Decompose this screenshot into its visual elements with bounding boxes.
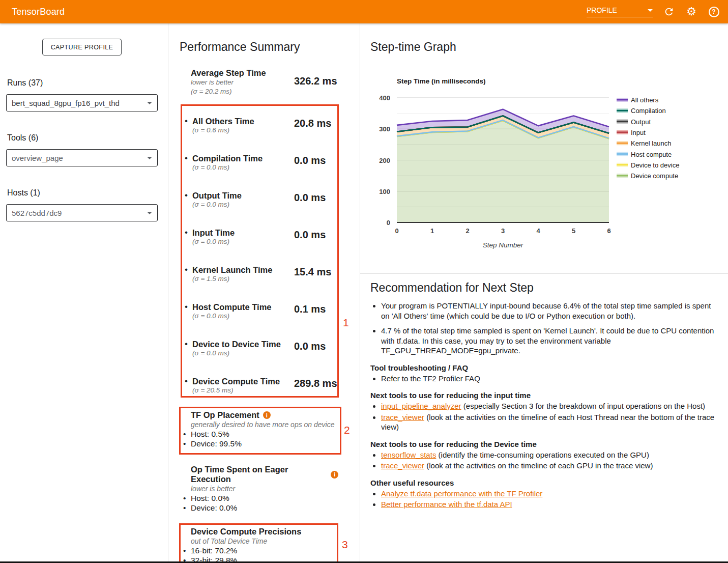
chart-title: Step Time (in milliseconds)	[397, 77, 486, 85]
recommendation-bullet: trace_viewer (look at the activities on …	[381, 412, 720, 432]
recommendation-heading: Next tools to use for reducing the input…	[370, 391, 720, 400]
hosts-select[interactable]: 5627c5dd7dc9	[6, 204, 158, 221]
runs-select-value: bert_squad_8gpu_fp16_pvt_thd	[12, 99, 120, 107]
info-icon[interactable]: i	[331, 471, 338, 478]
precisions-note: out of Total Device Time	[181, 537, 337, 545]
x-tick-label: 4	[536, 227, 540, 235]
recommendation-bullet: Analyze tf.data performance with the TF …	[381, 489, 720, 499]
chevron-down-icon	[147, 102, 152, 104]
tools-select-value: overview_page	[12, 154, 63, 162]
recommendation-link[interactable]: tensorflow_stats	[381, 451, 436, 459]
legend-label: Input	[631, 129, 646, 136]
annotation-number-1: 1	[343, 317, 349, 329]
app-header: TensorBoard PROFILE ⚙ ?	[0, 0, 728, 23]
metric-sigma: (σ = 0.0 ms)	[192, 201, 242, 208]
metric-row: •Input Time(σ = 0.0 ms)0.0 ms	[182, 228, 337, 265]
legend-label: All others	[631, 96, 659, 104]
recommendation-heading: Tool troubleshooting / FAQ	[370, 363, 720, 372]
recommendation-list: Your program is POTENTIALLY input-bound …	[370, 301, 720, 356]
legend-swatch-line	[617, 99, 628, 101]
precisions-section: Device Compute Precisions out of Total D…	[181, 525, 337, 563]
legend-label: Kernel launch	[631, 139, 672, 147]
metric-sigma: (σ = 0.0 ms)	[192, 238, 235, 245]
list-item: Host: 0.0%	[181, 493, 338, 503]
metrics-list: •All Others Time(σ = 0.6 ms)20.8 ms•Comp…	[182, 117, 337, 414]
tensorboard-profile-page: TensorBoard PROFILE ⚙ ? CAPTURE PROFILE …	[0, 0, 728, 563]
y-tick-label: 300	[379, 125, 390, 133]
precisions-title: Device Compute Precisions	[181, 527, 337, 537]
legend-swatch-line	[617, 164, 628, 165]
eager-note: lower is better	[181, 485, 338, 493]
x-axis-label: Step Number	[483, 241, 523, 249]
dashboard-selector[interactable]: PROFILE	[587, 6, 653, 17]
bullet-dot: •	[185, 265, 188, 275]
op-placement-section: TF Op Placement i generally desired to h…	[181, 408, 340, 448]
average-step-time-value: 326.2 ms	[294, 75, 337, 87]
bullet-dot: •	[185, 302, 188, 312]
average-step-time-sigma: (σ = 20.2 ms)	[191, 87, 339, 96]
chart-recommendation-divider	[360, 273, 728, 274]
tools-select[interactable]: overview_page	[6, 149, 158, 166]
precisions-highlight-box: Device Compute Precisions out of Total D…	[179, 523, 338, 563]
x-tick-label: 6	[607, 227, 610, 235]
legend-swatch-line	[617, 131, 628, 133]
metric-label: Device to Device Time	[192, 340, 281, 349]
recommendation-bullet: Your program is POTENTIALLY input-bound …	[381, 301, 720, 321]
legend-label: Device to device	[631, 161, 679, 169]
average-step-time-block: Average Step Time lower is better (σ = 2…	[191, 68, 339, 96]
eager-execution-section: Op Time Spent on Eager Execution i lower…	[181, 465, 338, 513]
hosts-label: Hosts (1)	[7, 188, 40, 198]
legend-label: Device compute	[631, 172, 678, 180]
gear-icon[interactable]: ⚙	[685, 6, 697, 18]
area-device-compute	[397, 121, 609, 222]
metric-value: 0.0 ms	[294, 155, 326, 166]
op-placement-title: TF Op Placement i	[181, 410, 340, 420]
recommendation-list: Analyze tf.data performance with the TF …	[370, 489, 720, 510]
info-icon[interactable]: i	[263, 411, 271, 419]
recommendation-heading: Next tools to use for reducing the Devic…	[370, 440, 720, 448]
metric-row: •Host Compute Time(σ = 0.0 ms)0.1 ms	[182, 302, 337, 340]
x-tick-label: 5	[572, 227, 575, 235]
list-item: 16-bit: 70.2%	[181, 546, 337, 555]
recommendation-link[interactable]: trace_viewer	[381, 461, 424, 470]
recommendation-link[interactable]: input_pipeline_analyzer	[381, 402, 461, 410]
x-tick-label: 0	[395, 227, 398, 235]
step-time-chart[interactable]: Step Time (in milliseconds)0100200300400…	[360, 75, 728, 259]
list-item: Host: 0.5%	[181, 429, 340, 439]
recommendation-sections: Your program is POTENTIALLY input-bound …	[370, 301, 720, 510]
chevron-down-icon	[648, 9, 653, 12]
recommendation-bullet: Better performance with the tf.data API	[381, 499, 720, 510]
op-placement-highlight-box: TF Op Placement i generally desired to h…	[179, 407, 341, 455]
recommendation-section: Recommendation for Next Step Your progra…	[370, 281, 720, 511]
recommendation-link[interactable]: trace_viewer	[381, 413, 424, 421]
bullet-dot: •	[185, 190, 188, 201]
runs-select[interactable]: bert_squad_8gpu_fp16_pvt_thd	[6, 94, 158, 111]
metric-label: Device Compute Time	[192, 377, 280, 386]
metric-value: 20.8 ms	[294, 118, 331, 129]
precisions-list: 16-bit: 70.2%32-bit: 29.8%	[181, 546, 337, 563]
metric-value: 0.0 ms	[294, 192, 326, 204]
recommendation-title: Recommendation for Next Step	[370, 281, 720, 295]
recommendation-link[interactable]: Better performance with the tf.data API	[381, 500, 512, 509]
capture-profile-button[interactable]: CAPTURE PROFILE	[42, 39, 122, 55]
legend-label: Output	[631, 118, 651, 126]
tools-label: Tools (6)	[7, 133, 38, 143]
recommendation-link[interactable]: Analyze tf.data performance with the TF …	[381, 489, 542, 498]
eager-list: Host: 0.0%Device: 0.0%	[181, 493, 338, 513]
metric-row: •Output Time(σ = 0.0 ms)0.0 ms	[182, 191, 337, 228]
metric-label: Output Time	[192, 191, 242, 201]
recommendation-list: tensorflow_stats (identify the time-cons…	[370, 450, 720, 471]
eager-title: Op Time Spent on Eager Execution i	[181, 465, 338, 484]
op-placement-list: Host: 0.5%Device: 99.5%	[181, 429, 340, 448]
recommendation-bullet: input_pipeline_analyzer (especially Sect…	[381, 401, 720, 411]
x-tick-label: 3	[501, 227, 505, 235]
annotation-number-3: 3	[342, 539, 348, 551]
help-icon[interactable]: ?	[708, 6, 720, 18]
refresh-icon[interactable]	[663, 6, 675, 18]
legend-label: Compilation	[631, 107, 666, 115]
x-tick-label: 2	[465, 227, 469, 235]
chevron-down-icon	[147, 212, 152, 214]
metric-sigma: (σ = 0.0 ms)	[192, 312, 272, 320]
metric-value: 0.0 ms	[294, 229, 326, 241]
legend-swatch-line	[617, 153, 628, 155]
